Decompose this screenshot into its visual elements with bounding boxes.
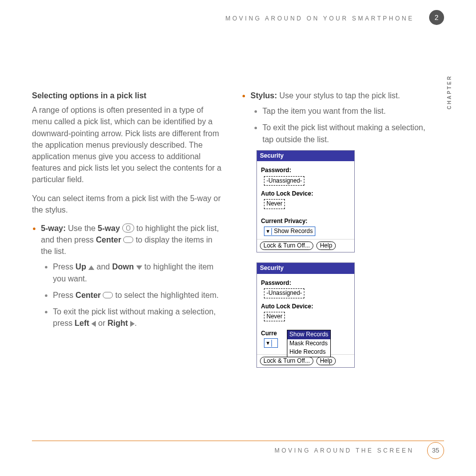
center-button-icon	[103, 292, 113, 298]
password-value[interactable]: -Unassigned-	[264, 288, 304, 298]
help-button[interactable]: Help	[316, 241, 336, 250]
up-arrow-icon	[88, 265, 94, 270]
down-arrow-icon	[136, 265, 142, 270]
lock-turnoff-button[interactable]: Lock & Turn Off...	[260, 241, 313, 250]
intro-paragraph-1: A range of options is often presented in…	[32, 104, 222, 185]
footer-rule	[32, 441, 444, 441]
password-value[interactable]: -Unassigned-	[264, 176, 304, 186]
privacy-popup-menu[interactable]: Show Records Mask Records Hide Records	[287, 330, 331, 357]
stylus-item: Stylus: Use your stylus to tap the pick …	[250, 90, 431, 145]
fiveway-label: 5-way:	[41, 224, 66, 233]
autolock-label: Auto Lock Device:	[261, 190, 350, 198]
password-label: Password:	[261, 279, 350, 287]
privacy-picklist[interactable]: ▼ Show Records	[264, 227, 315, 236]
left-column: Selecting options in a pick list A range…	[32, 90, 222, 378]
intro-paragraph-2: You can select items from a pick list wi…	[32, 193, 222, 216]
menu-option-hide[interactable]: Hide Records	[287, 348, 330, 356]
security-panel-expanded: Security Password: -Unassigned- Auto Loc…	[256, 262, 355, 368]
panel-title: Security	[257, 151, 354, 161]
right-column: Stylus: Use your stylus to tap the pick …	[241, 90, 431, 378]
chapter-number-badge: 2	[429, 10, 444, 25]
lock-turnoff-button[interactable]: Lock & Turn Off...	[260, 357, 313, 365]
stylus-sub-1: Tap the item you want from the list.	[262, 105, 431, 117]
section-heading: Selecting options in a pick list	[32, 90, 222, 101]
chevron-down-icon: ▼	[264, 340, 272, 347]
fiveway-icon	[122, 224, 134, 233]
left-arrow-icon	[91, 321, 96, 327]
menu-option-mask[interactable]: Mask Records	[287, 339, 330, 348]
autolock-value[interactable]: Never	[264, 199, 285, 209]
autolock-label: Auto Lock Device:	[261, 302, 350, 311]
privacy-picklist[interactable]: ▼	[264, 338, 278, 348]
autolock-value[interactable]: Never	[264, 312, 285, 321]
security-panel-collapsed: Security Password: -Unassigned- Auto Loc…	[256, 150, 355, 253]
panel-title: Security	[257, 263, 354, 273]
password-label: Password:	[261, 166, 350, 175]
running-header: MOVING AROUND ON YOUR SMARTPHONE	[226, 15, 414, 22]
chevron-down-icon: ▼	[264, 228, 272, 235]
chapter-side-label: CHAPTER	[447, 75, 452, 109]
fiveway-item: 5-way: Use the 5-way to highlight the pi…	[41, 223, 222, 329]
help-button[interactable]: Help	[316, 357, 336, 365]
stylus-sub-2: To exit the pick list without making a s…	[262, 122, 431, 145]
sub-item-center: Press Center to select the highlighted i…	[53, 289, 222, 301]
stylus-label: Stylus:	[250, 91, 277, 100]
footer-text: MOVING AROUND THE SCREEN	[274, 447, 414, 454]
page-number: 35	[427, 442, 444, 459]
center-button-icon	[123, 237, 133, 243]
menu-option-show[interactable]: Show Records	[287, 330, 330, 339]
right-arrow-icon	[130, 321, 135, 327]
privacy-label-short: Curre	[261, 330, 277, 337]
privacy-label: Current Privacy:	[261, 217, 350, 226]
sub-item-exit: To exit the pick list without making a s…	[53, 306, 222, 329]
sub-item-updown: Press Up and Down to highlight the item …	[53, 261, 222, 284]
